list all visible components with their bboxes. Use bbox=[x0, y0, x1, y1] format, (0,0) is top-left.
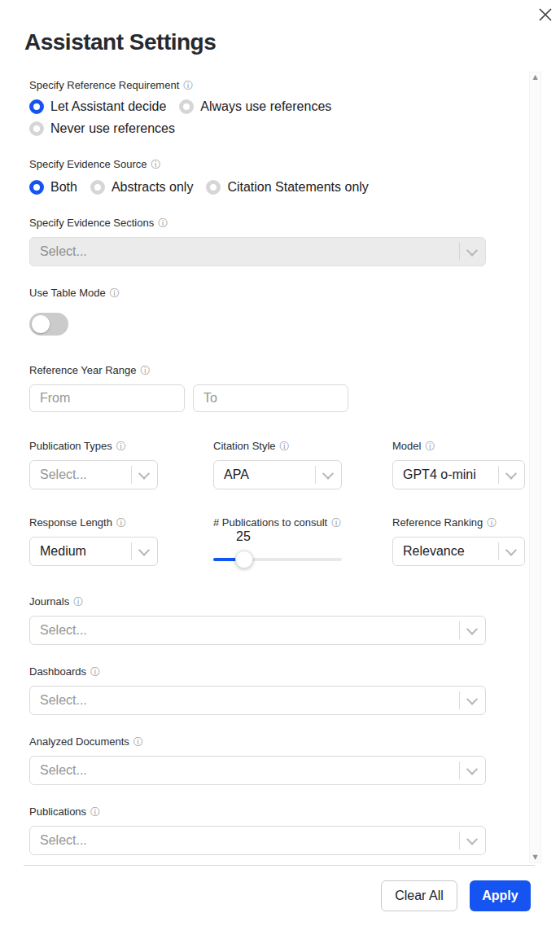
info-icon: ⓘ bbox=[487, 518, 497, 528]
info-icon: ⓘ bbox=[425, 441, 435, 451]
footer-divider bbox=[24, 865, 535, 866]
table-mode-toggle[interactable] bbox=[29, 313, 68, 336]
info-icon: ⓘ bbox=[151, 160, 161, 169]
radio-both[interactable]: Both bbox=[29, 180, 77, 195]
scroll-down-icon[interactable]: ▼ bbox=[532, 853, 537, 862]
chevron-down-icon bbox=[466, 694, 478, 705]
scrollbar[interactable]: ▲ ▼ bbox=[529, 72, 541, 863]
radio-selected-icon bbox=[29, 99, 44, 114]
info-icon: ⓘ bbox=[116, 518, 126, 528]
evidence-sections-label: Specify Evidence Sections ⓘ bbox=[29, 217, 168, 229]
radio-abstracts-only[interactable]: Abstracts only bbox=[90, 180, 193, 195]
radio-never-use-references[interactable]: Never use references bbox=[29, 121, 175, 136]
radio-let-assistant-decide[interactable]: Let Assistant decide bbox=[29, 99, 166, 114]
reference-ranking-select[interactable]: Relevance bbox=[392, 537, 525, 566]
chevron-down-icon bbox=[138, 545, 150, 556]
model-label: Model ⓘ bbox=[392, 440, 435, 452]
publication-types-select[interactable]: Select... bbox=[29, 460, 158, 489]
dashboards-label: Dashboards ⓘ bbox=[29, 665, 100, 678]
response-length-select[interactable]: Medium bbox=[29, 537, 158, 566]
info-icon: ⓘ bbox=[110, 288, 120, 298]
chevron-down-icon bbox=[505, 468, 517, 480]
chevron-down-icon bbox=[138, 468, 150, 480]
year-from-input[interactable] bbox=[29, 384, 185, 412]
chevron-down-icon bbox=[466, 834, 478, 845]
model-select[interactable]: GPT4 o-mini bbox=[392, 460, 525, 489]
evidence-sections-select: Select... bbox=[29, 237, 486, 266]
page-title: Assistant Settings bbox=[24, 29, 216, 55]
chevron-down-icon bbox=[466, 624, 478, 635]
analyzed-documents-label: Analyzed Documents ⓘ bbox=[29, 735, 143, 748]
citation-style-select[interactable]: APA bbox=[213, 460, 342, 489]
dashboards-select[interactable]: Select... bbox=[29, 686, 486, 715]
info-icon: ⓘ bbox=[73, 597, 83, 607]
radio-unselected-icon bbox=[90, 180, 105, 195]
evidence-source-label: Specify Evidence Source ⓘ bbox=[29, 158, 161, 170]
year-range-label: Reference Year Range ⓘ bbox=[29, 364, 151, 376]
info-icon: ⓘ bbox=[141, 366, 151, 375]
year-to-input[interactable] bbox=[193, 384, 348, 412]
slider-handle[interactable] bbox=[235, 551, 253, 568]
info-icon: ⓘ bbox=[280, 441, 290, 451]
reference-requirement-radios: Let Assistant decide Always use referenc… bbox=[29, 99, 331, 114]
chevron-down-icon bbox=[322, 468, 334, 480]
radio-unselected-icon bbox=[29, 121, 44, 136]
slider-value: 25 bbox=[227, 529, 260, 544]
clear-all-button[interactable]: Clear All bbox=[381, 880, 457, 911]
info-icon: ⓘ bbox=[116, 441, 126, 451]
chevron-down-icon bbox=[505, 545, 517, 556]
scroll-up-icon[interactable]: ▲ bbox=[532, 72, 537, 82]
journals-label: Journals ⓘ bbox=[29, 595, 83, 608]
toggle-knob bbox=[32, 315, 50, 333]
response-length-label: Response Length ⓘ bbox=[29, 516, 126, 529]
info-icon: ⓘ bbox=[133, 737, 143, 747]
publication-types-label: Publication Types ⓘ bbox=[29, 440, 126, 452]
analyzed-documents-select[interactable]: Select... bbox=[29, 756, 486, 785]
radio-selected-icon bbox=[29, 180, 44, 195]
info-icon: ⓘ bbox=[158, 218, 168, 228]
close-icon[interactable] bbox=[537, 7, 553, 23]
citation-style-label: Citation Style ⓘ bbox=[213, 440, 290, 452]
table-mode-label: Use Table Mode ⓘ bbox=[29, 287, 120, 299]
radio-unselected-icon bbox=[206, 180, 221, 195]
evidence-source-radios: Both Abstracts only Citation Statements … bbox=[29, 180, 369, 195]
publications-slider[interactable] bbox=[213, 558, 342, 561]
info-icon: ⓘ bbox=[331, 518, 341, 528]
journals-select[interactable]: Select... bbox=[29, 616, 486, 645]
publications-select[interactable]: Select... bbox=[29, 826, 486, 855]
info-icon: ⓘ bbox=[90, 667, 100, 677]
radio-citation-statements-only[interactable]: Citation Statements only bbox=[206, 180, 368, 195]
info-icon: ⓘ bbox=[90, 807, 100, 817]
radio-always-use-references[interactable]: Always use references bbox=[179, 99, 331, 114]
info-icon: ⓘ bbox=[183, 81, 193, 90]
chevron-down-icon bbox=[466, 764, 478, 775]
reference-ranking-label: Reference Ranking ⓘ bbox=[392, 516, 497, 529]
reference-requirement-label: Specify Reference Requirement ⓘ bbox=[29, 79, 193, 91]
publications-label: Publications ⓘ bbox=[29, 805, 100, 818]
apply-button[interactable]: Apply bbox=[470, 880, 531, 911]
reference-requirement-radios-row2: Never use references bbox=[29, 121, 175, 136]
radio-unselected-icon bbox=[179, 99, 194, 114]
publications-to-consult-label: # Publications to consult ⓘ bbox=[213, 516, 341, 529]
chevron-down-icon bbox=[466, 245, 478, 257]
